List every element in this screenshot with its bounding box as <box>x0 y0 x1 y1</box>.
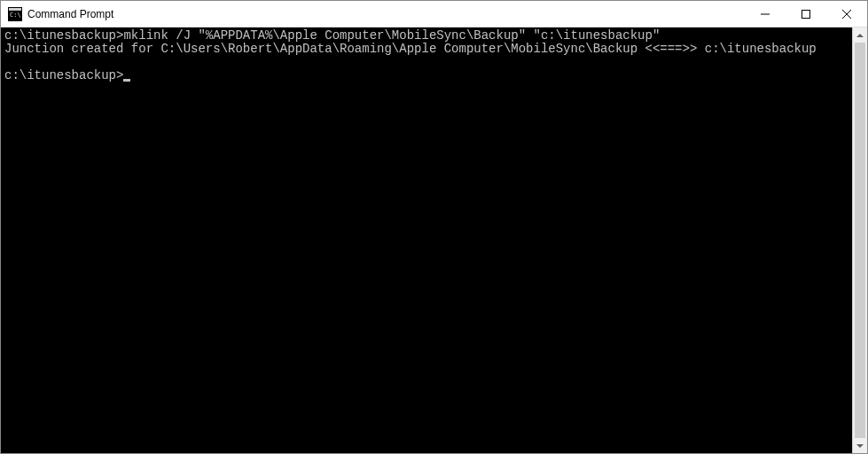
cursor <box>123 79 130 82</box>
close-button[interactable] <box>826 1 867 27</box>
svg-marker-8 <box>856 34 864 37</box>
scroll-down-button[interactable] <box>853 438 867 453</box>
window-title: Command Prompt <box>27 8 745 20</box>
scroll-thumb[interactable] <box>855 43 865 438</box>
titlebar[interactable]: C:\ Command Prompt <box>1 1 867 27</box>
vertical-scrollbar[interactable] <box>852 27 867 453</box>
window-controls <box>745 1 867 27</box>
minimize-button[interactable] <box>745 1 786 27</box>
svg-marker-9 <box>856 444 864 448</box>
prompt-text: c:\itunesbackup> <box>4 28 123 43</box>
terminal-output[interactable]: c:\itunesbackup>mklink /J "%APPDATA%\App… <box>1 27 852 453</box>
command-prompt-window: C:\ Command Prompt c:\itunesbackup>mklin… <box>0 0 868 454</box>
svg-text:C:\: C:\ <box>10 12 21 19</box>
content-area: c:\itunesbackup>mklink /J "%APPDATA%\App… <box>1 27 867 453</box>
svg-rect-5 <box>802 10 810 18</box>
command-text: mklink /J "%APPDATA%\Apple Computer\Mobi… <box>123 28 660 43</box>
prompt-text: c:\itunesbackup> <box>4 68 123 82</box>
output-text: Junction created for C:\Users\Robert\App… <box>4 42 817 56</box>
svg-rect-1 <box>9 8 21 11</box>
scroll-up-button[interactable] <box>853 27 867 43</box>
cmd-icon: C:\ <box>8 7 22 21</box>
scroll-track[interactable] <box>853 43 867 438</box>
maximize-button[interactable] <box>786 1 826 27</box>
